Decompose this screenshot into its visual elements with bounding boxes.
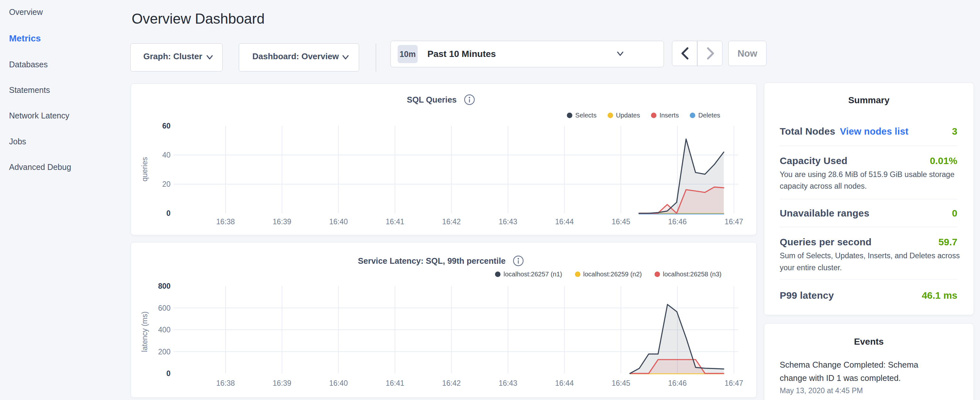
svg-text:20: 20 <box>162 180 170 188</box>
svg-text:800: 800 <box>158 282 170 290</box>
svg-text:16:39: 16:39 <box>273 217 291 226</box>
svg-text:16:40: 16:40 <box>329 379 348 387</box>
svg-text:16:42: 16:42 <box>442 217 461 226</box>
svg-text:16:39: 16:39 <box>273 379 291 387</box>
svg-text:16:46: 16:46 <box>668 379 687 387</box>
svg-text:600: 600 <box>158 304 170 312</box>
svg-text:16:38: 16:38 <box>216 379 235 387</box>
svg-text:16:45: 16:45 <box>611 379 630 387</box>
svg-text:16:46: 16:46 <box>668 217 687 226</box>
svg-text:200: 200 <box>158 347 170 356</box>
svg-text:16:45: 16:45 <box>611 217 630 226</box>
svg-text:16:38: 16:38 <box>216 217 235 226</box>
svg-text:16:44: 16:44 <box>555 217 574 226</box>
svg-text:400: 400 <box>158 325 170 334</box>
svg-text:40: 40 <box>162 151 170 159</box>
svg-text:16:47: 16:47 <box>725 379 743 387</box>
svg-text:16:42: 16:42 <box>442 379 461 387</box>
svg-text:16:40: 16:40 <box>329 217 348 226</box>
svg-text:16:44: 16:44 <box>555 379 574 387</box>
svg-text:0: 0 <box>166 369 170 378</box>
svg-text:16:43: 16:43 <box>499 379 517 387</box>
svg-text:16:47: 16:47 <box>725 217 743 226</box>
svg-text:16:41: 16:41 <box>386 379 404 387</box>
svg-text:16:41: 16:41 <box>386 217 404 226</box>
svg-text:60: 60 <box>162 122 170 130</box>
svg-text:0: 0 <box>166 209 170 217</box>
svg-text:16:43: 16:43 <box>499 217 517 226</box>
